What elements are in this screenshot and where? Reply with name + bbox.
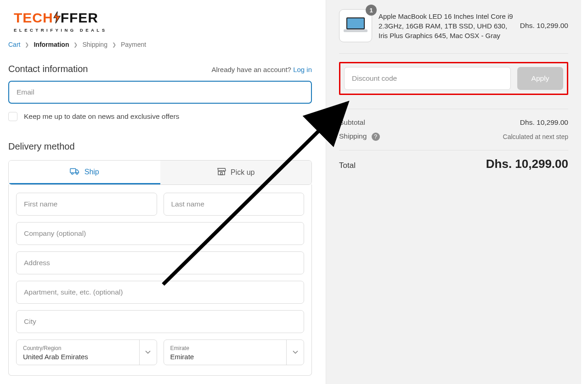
logo-tagline: ELECTRIFYING DEALS [14,28,107,33]
discount-field[interactable] [344,67,511,90]
store-icon [217,167,226,178]
svg-rect-4 [220,173,222,175]
bolt-icon [52,11,62,26]
emirate-label: Emirate [170,345,189,351]
shipping-value: Calculated at next step [503,133,568,140]
chevron-down-icon [286,340,304,365]
total-value: Dhs. 10,299.00 [486,157,568,171]
first-name-field[interactable] [16,193,157,216]
ship-pane: Country/Region United Arab Emirates Emir… [8,184,312,376]
newsletter-checkbox[interactable] [8,112,17,121]
discount-input[interactable] [351,74,504,83]
shipping-label: Shipping ? [339,132,380,141]
crumb-payment: Payment [121,41,146,48]
laptop-icon [343,17,368,35]
delivery-heading: Delivery method [8,141,312,152]
crumb-information: Information [34,41,69,48]
crumb-cart[interactable]: Cart [8,41,20,48]
chevron-right-icon: ❯ [25,42,29,48]
emirate-value: Emirate [170,353,194,361]
brand-logo: TECHFFER ELECTRIFYING DEALS [14,11,306,33]
address-field[interactable] [16,251,304,274]
country-value: United Arab Emirates [23,353,88,361]
emirate-select[interactable]: Emirate Emirate [164,339,305,365]
tab-pickup-label: Pick up [231,168,254,177]
crumb-shipping: Shipping [82,41,107,48]
login-link[interactable]: Log in [293,66,312,73]
city-field[interactable] [16,310,304,333]
subtotal-value: Dhs. 10,299.00 [520,118,568,127]
order-summary: 1 Apple MacBook LED 16 Inches Intel Core… [326,0,581,384]
breadcrumb: Cart ❯ Information ❯ Shipping ❯ Payment [8,41,312,48]
tab-ship[interactable]: Ship [9,161,160,184]
discount-highlight: Apply [339,62,568,95]
chevron-right-icon: ❯ [74,42,78,48]
qty-badge: 1 [366,5,377,16]
subtotal-label: Subtotal [339,118,365,127]
newsletter-label: Keep me up to date on news and exclusive… [24,112,179,121]
tab-ship-label: Ship [85,168,99,176]
svg-rect-6 [347,18,364,28]
delivery-tabs: Ship Pick up [8,160,312,185]
total-label: Total [339,161,356,170]
email-input[interactable] [16,88,305,97]
last-name-field[interactable] [164,193,305,216]
svg-rect-3 [218,171,225,175]
country-label: Country/Region [23,345,61,351]
newsletter-checkbox-row[interactable]: Keep me up to date on news and exclusive… [8,112,312,121]
cart-item: 1 Apple MacBook LED 16 Inches Intel Core… [339,9,568,54]
login-prompt: Already have an account? Log in [212,66,312,73]
truck-icon [70,167,80,177]
product-price: Dhs. 10,299.00 [520,22,568,30]
chevron-down-icon [139,340,157,365]
svg-point-1 [71,173,73,174]
help-icon[interactable]: ? [372,133,380,141]
svg-rect-0 [70,168,76,173]
tab-pickup[interactable]: Pick up [160,161,312,184]
apartment-field[interactable] [16,281,304,304]
divider [339,150,568,150]
apply-button[interactable]: Apply [517,67,563,90]
country-select[interactable]: Country/Region United Arab Emirates [16,339,157,365]
contact-heading: Contact information [8,64,88,74]
logo-text-2: FFER [61,10,98,25]
chevron-right-icon: ❯ [112,42,116,48]
product-name: Apple MacBook LED 16 Inches Intel Core i… [379,11,514,40]
logo-text-1: TECH [14,10,53,25]
svg-point-2 [76,173,78,174]
product-thumbnail: 1 [339,9,372,42]
email-field[interactable] [8,81,312,104]
company-field[interactable] [16,222,304,245]
svg-rect-7 [344,29,368,32]
divider [339,109,568,109]
